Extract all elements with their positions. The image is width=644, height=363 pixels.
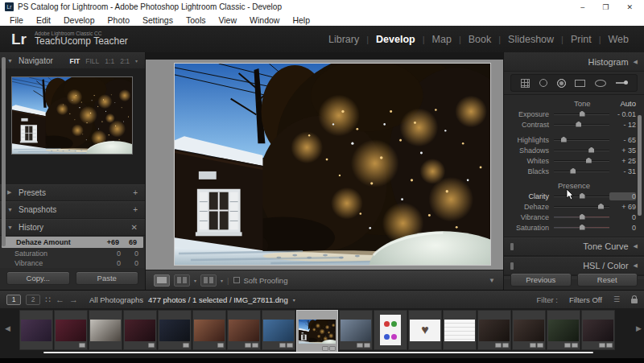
left-panel-scrollbar[interactable] (2, 57, 6, 246)
right-panel-scrollbar[interactable] (638, 115, 642, 216)
menu-tools[interactable]: Tools (180, 15, 213, 25)
add-snapshot-button[interactable]: + (133, 205, 138, 214)
paste-button[interactable]: Paste (76, 271, 139, 285)
menu-help[interactable]: Help (286, 15, 316, 25)
contrast-slider[interactable]: Contrast - 12 (504, 119, 644, 130)
filmstrip-thumb[interactable] (227, 310, 261, 350)
before-after-left-right-button[interactable] (174, 274, 190, 287)
zoom-dropdown-icon[interactable]: ▾ (135, 58, 138, 64)
filter-lock-icon[interactable] (631, 299, 638, 303)
minimize-button[interactable]: – (580, 3, 584, 11)
tone-curve-header[interactable]: Tone Curve ◀ (504, 237, 644, 256)
navigator-preview[interactable] (0, 69, 145, 184)
navigator-thumbnail[interactable] (11, 76, 133, 155)
panel-toggle-icon[interactable] (510, 243, 514, 250)
before-after-dropdown-icon[interactable]: ▾ (194, 278, 196, 283)
snapshots-header[interactable]: ▼ Snapshots + (0, 201, 145, 218)
menu-window[interactable]: Window (243, 15, 286, 25)
second-screen-button[interactable]: 2 (26, 295, 40, 305)
filmstrip-thumb[interactable] (512, 310, 546, 350)
filmstrip-thumb[interactable] (54, 310, 88, 350)
menu-develop[interactable]: Develop (57, 15, 101, 25)
filmstrip-scroll-right-icon[interactable]: ▶ (636, 324, 642, 332)
selection-info[interactable]: 477 photos / 1 selected / IMG_27811.dng (148, 295, 288, 304)
soft-proofing-checkbox[interactable] (233, 277, 240, 283)
main-photo[interactable] (174, 63, 491, 266)
main-screen-button[interactable]: 1 (6, 295, 21, 305)
source-indicator[interactable]: All Photographs (89, 295, 143, 304)
zoom-1-1-button[interactable]: 1:1 (105, 57, 114, 65)
close-button[interactable]: ✕ (626, 3, 633, 11)
slider-thumb[interactable] (561, 137, 567, 142)
filmstrip-thumb[interactable] (443, 310, 477, 350)
presets-header[interactable]: ▶ Presets + (0, 184, 145, 201)
loupe-view-button[interactable] (154, 274, 170, 287)
filmstrip-thumb[interactable]: ♥ (408, 310, 442, 350)
source-dropdown-icon[interactable]: ▾ (293, 297, 295, 303)
filmstrip-thumb[interactable] (123, 310, 157, 350)
dehaze-slider[interactable]: Dehaze + 69 (504, 201, 644, 212)
menu-settings[interactable]: Settings (136, 15, 180, 25)
filmstrip-thumb[interactable] (262, 310, 295, 350)
filmstrip-thumb[interactable] (477, 310, 511, 350)
saturation-slider[interactable]: Saturation 0 (504, 222, 644, 233)
history-item[interactable]: Dehaze Amount +69 69 (2, 237, 143, 248)
grid-view-icon[interactable]: ∷ (45, 295, 51, 305)
spot-removal-icon[interactable] (539, 79, 547, 87)
zoom-2-1-button[interactable]: 2:1 (120, 57, 130, 65)
module-library[interactable]: Library (321, 34, 366, 45)
slider-thumb[interactable] (580, 111, 585, 117)
filmstrip-scroll-left-icon[interactable]: ◀ (5, 324, 10, 332)
view-mode-dropdown-icon[interactable]: ▾ (221, 278, 223, 283)
menu-view[interactable]: View (212, 15, 243, 25)
previous-button[interactable]: Previous (510, 273, 572, 287)
slider-thumb[interactable] (586, 158, 592, 163)
vibrance-slider[interactable]: Vibrance 0 (504, 212, 644, 222)
clear-history-button[interactable]: ✕ (131, 223, 138, 232)
filmstrip-thumb-selected[interactable] (296, 310, 338, 353)
adjustment-brush-icon[interactable] (616, 82, 627, 84)
highlights-slider[interactable]: Highlights - 65 (504, 134, 644, 145)
zoom-fill-button[interactable]: FILL (85, 57, 99, 65)
whites-slider[interactable]: Whites + 25 (504, 155, 644, 166)
exposure-slider[interactable]: Exposure - 0.01 (504, 109, 644, 119)
zoom-fit-button[interactable]: FIT (70, 57, 80, 65)
reset-button[interactable]: Reset (577, 273, 638, 287)
clarity-slider[interactable]: Clarity 0 (504, 191, 644, 201)
auto-tone-button[interactable]: Auto (620, 99, 636, 108)
menu-photo[interactable]: Photo (101, 15, 136, 25)
previous-photo-icon[interactable]: ← (56, 295, 64, 304)
filmstrip-thumb[interactable] (192, 310, 226, 350)
module-book[interactable]: Book (461, 34, 499, 45)
next-photo-icon[interactable]: → (69, 295, 78, 304)
filter-dropdown[interactable]: Filters Off ☰ (564, 295, 625, 305)
filmstrip-thumb[interactable] (581, 310, 615, 350)
graduated-filter-icon[interactable] (575, 80, 585, 87)
toolbar-options-dropdown-icon[interactable]: ▼ (489, 277, 495, 284)
slider-thumb[interactable] (598, 204, 604, 209)
menu-edit[interactable]: Edit (30, 15, 57, 25)
histogram-header[interactable]: Histogram ◀ (504, 52, 644, 72)
filmstrip-thumb[interactable] (89, 310, 122, 350)
before-after-top-bottom-button[interactable] (200, 274, 217, 287)
history-item[interactable]: Vibrance 0 0 (0, 258, 145, 268)
filmstrip-thumb[interactable] (374, 310, 407, 350)
navigator-header[interactable]: ▼ Navigator FIT FILL 1:1 2:1 ▾ (0, 52, 145, 69)
slider-thumb[interactable] (570, 168, 576, 174)
filmstrip-scrollbar[interactable] (43, 352, 593, 353)
module-map[interactable]: Map (425, 34, 459, 45)
filmstrip-thumb[interactable] (547, 310, 580, 350)
filmstrip-thumb[interactable] (339, 310, 373, 350)
radial-filter-icon[interactable] (595, 80, 606, 87)
restore-button[interactable]: ❐ (602, 3, 609, 11)
module-print[interactable]: Print (564, 34, 599, 45)
filmstrip-thumb[interactable] (19, 310, 53, 350)
panel-toggle-icon[interactable] (510, 262, 514, 270)
slider-thumb[interactable] (576, 122, 581, 127)
module-slideshow[interactable]: Slideshow (501, 34, 561, 45)
slider-thumb[interactable] (580, 225, 585, 230)
slider-thumb[interactable] (580, 193, 585, 199)
filmstrip-thumb[interactable] (158, 310, 192, 350)
module-develop[interactable]: Develop (369, 34, 423, 45)
slider-thumb[interactable] (588, 147, 594, 153)
